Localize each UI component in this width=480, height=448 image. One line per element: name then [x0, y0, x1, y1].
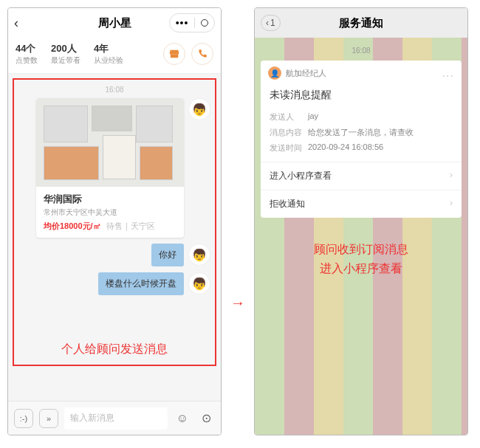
action-reject[interactable]: 拒收通知 › — [261, 190, 462, 218]
timestamp: 16:08 — [261, 46, 462, 55]
back-button[interactable]: ‹ 1 — [261, 15, 281, 31]
stat-views: 200人 最近带看 — [51, 42, 80, 66]
arrow-icon: → — [230, 294, 245, 311]
floorplan-image — [36, 98, 184, 187]
property-tags: 待售｜天宁区 — [106, 221, 155, 230]
more-icon[interactable]: ••• — [170, 17, 194, 29]
left-caption: 个人给顾问发送消息 — [8, 342, 221, 357]
app-icon: 👤 — [268, 66, 281, 80]
call-button[interactable] — [191, 43, 213, 65]
avatar[interactable]: 👦 — [188, 98, 210, 120]
more-icon[interactable]: ... — [442, 66, 454, 80]
notification-row: 消息内容 给您发送了一条消息，请查收 — [261, 125, 462, 140]
avatar[interactable]: 👦 — [188, 272, 210, 294]
chevron-right-icon: › — [450, 170, 453, 182]
action-open-miniprogram[interactable]: 进入小程序查看 › — [261, 162, 462, 190]
notification-row: 发送人 jay — [261, 109, 462, 125]
timestamp: 16:08 — [16, 86, 213, 94]
chat-highlight-box: 16:08 华润国际 常州市天宁区中吴大道 均价18000元/㎡ 待售 — [13, 78, 216, 366]
notification-header: 👤 航加经纪人 ... — [261, 61, 462, 86]
message-input[interactable]: 输入新消息 — [64, 407, 168, 430]
stat-likes: 44个 点赞数 — [16, 42, 38, 66]
message-row-card: 华润国际 常州市天宁区中吴大道 均价18000元/㎡ 待售｜天宁区 👦 — [18, 98, 210, 238]
property-title: 华润国际 — [44, 193, 176, 206]
keyboard-icon[interactable]: :-) — [14, 409, 33, 428]
message-row: 你好 👦 — [18, 244, 210, 266]
app-name: 航加经纪人 — [286, 68, 438, 79]
left-header: ‹ 周小星 ••• — [8, 8, 221, 38]
store-button[interactable] — [163, 43, 185, 65]
camera-icon[interactable]: ⊙ — [197, 411, 215, 425]
property-price: 均价18000元/㎡ — [44, 221, 101, 230]
stats-bar: 44个 点赞数 200人 最近带看 4年 从业经验 — [8, 38, 221, 74]
right-caption: 顾问收到订阅消息 进入小程序查看 — [261, 240, 462, 278]
stat-experience: 4年 从业经验 — [94, 42, 123, 66]
page-title: 服务通知 — [339, 16, 383, 30]
voice-icon[interactable]: » — [39, 409, 58, 428]
notification-row: 发送时间 2020-09-24 16:08:56 — [261, 140, 462, 156]
miniprogram-pill[interactable]: ••• — [169, 13, 215, 32]
chat-title: 周小星 — [98, 16, 131, 30]
chevron-left-icon: ‹ — [266, 18, 269, 28]
input-bar: :-) » 输入新消息 ☺ ⊙ — [8, 401, 221, 435]
right-header: ‹ 1 服务通知 — [255, 8, 467, 38]
emoji-icon[interactable]: ☺ — [174, 412, 191, 425]
back-icon[interactable]: ‹ — [14, 15, 18, 31]
notification-title: 未读消息提醒 — [261, 86, 462, 109]
notification-card[interactable]: 👤 航加经纪人 ... 未读消息提醒 发送人 jay 消息内容 给您发送了一条消… — [261, 61, 462, 218]
close-icon[interactable] — [201, 19, 208, 27]
chevron-right-icon: › — [450, 198, 453, 210]
message-bubble: 楼盘什么时候开盘 — [98, 272, 184, 295]
property-address: 常州市天宁区中吴大道 — [44, 207, 176, 218]
message-bubble: 你好 — [151, 244, 184, 266]
avatar[interactable]: 👦 — [188, 244, 210, 266]
message-row: 楼盘什么时候开盘 👦 — [18, 272, 210, 295]
property-card[interactable]: 华润国际 常州市天宁区中吴大道 均价18000元/㎡ 待售｜天宁区 — [36, 98, 184, 238]
